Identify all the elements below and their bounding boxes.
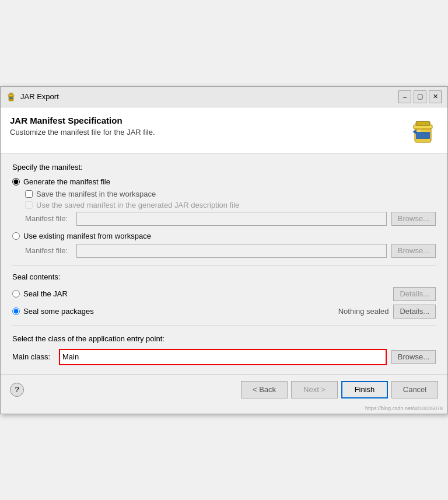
seal-section-label: Seal contents: [12,272,436,281]
title-bar-left: JAR Export [6,92,59,102]
header-text: JAR Manifest Specification Customize the… [10,116,155,137]
use-existing-label: Use existing manifest from workspace [23,232,151,240]
title-bar: JAR Export – ▢ ✕ [1,87,447,107]
title-bar-controls: – ▢ ✕ [398,90,442,103]
seal-jar-radio[interactable] [12,290,20,298]
jar-icon [409,116,438,145]
save-workspace-checkbox[interactable] [25,190,33,198]
cancel-button[interactable]: Cancel [391,381,438,398]
generate-manifest-label: Generate the manifest file [23,177,110,186]
svg-rect-1 [8,95,14,96]
generate-manifest-option[interactable]: Generate the manifest file [12,177,436,186]
main-class-input-wrapper [59,349,387,365]
window-title: JAR Export [20,92,59,101]
jar-export-window: JAR Export – ▢ ✕ JAR Manifest Specificat… [0,86,448,414]
svg-marker-2 [9,93,13,95]
seal-jar-label: Seal the JAR [23,289,68,298]
minimize-button[interactable]: – [398,90,411,103]
title-bar-icon [6,92,16,102]
seal-jar-left: Seal the JAR [12,289,68,298]
page-title: JAR Manifest Specification [10,116,155,125]
content-area: Specify the manifest: Generate the manif… [1,153,447,375]
save-workspace-label: Save the manifest in the workspace [36,190,156,198]
manifest-file-input-2[interactable] [76,244,387,258]
page-subtitle: Customize the manifest file for the JAR … [10,128,155,137]
main-class-row: Main class: Browse... [12,349,436,365]
use-saved-option: Use the saved manifest in the generated … [25,201,436,209]
seal-jar-right: Details... [393,287,436,301]
entry-point-section: Select the class of the application entr… [12,334,436,365]
seal-packages-left: Seal some packages [12,307,94,316]
help-button[interactable]: ? [10,383,24,397]
manifest-file-label-1: Manifest file: [25,214,72,223]
generate-manifest-radio[interactable] [12,178,20,186]
header-section: JAR Manifest Specification Customize the… [1,107,447,153]
finish-button[interactable]: Finish [341,381,388,398]
seal-packages-right: Nothing sealed Details... [338,305,436,319]
manifest-file-input-1[interactable] [76,212,387,226]
main-class-input[interactable] [59,349,387,365]
nothing-sealed-label: Nothing sealed [338,307,389,316]
seal-packages-details-button[interactable]: Details... [393,305,436,319]
next-button[interactable]: Next > [291,381,338,398]
seal-packages-label: Seal some packages [23,307,94,316]
svg-marker-3 [9,97,13,99]
use-existing-radio[interactable] [12,232,20,240]
divider-1 [12,265,436,265]
close-button[interactable]: ✕ [429,90,442,103]
use-saved-label: Use the saved manifest in the generated … [36,201,239,209]
divider-2 [12,326,436,326]
seal-jar-row: Seal the JAR Details... [12,287,436,301]
maximize-button[interactable]: ▢ [414,90,426,103]
footer: ? < Back Next > Finish Cancel [1,375,447,404]
main-class-browse-button[interactable]: Browse... [391,350,436,364]
manifest-browse-button-2[interactable]: Browse... [391,244,436,258]
manifest-file-row-1: Manifest file: Browse... [25,212,436,226]
save-workspace-option: Save the manifest in the workspace [25,190,436,198]
entry-point-label: Select the class of the application entr… [12,334,436,343]
use-saved-checkbox[interactable] [25,201,33,209]
svg-rect-8 [416,132,430,139]
watermark: https://blog.csdn.net/u010035078 [1,404,447,414]
svg-rect-6 [416,121,430,125]
use-existing-option[interactable]: Use existing manifest from workspace [12,232,436,240]
back-button[interactable]: < Back [241,381,288,398]
seal-packages-row: Seal some packages Nothing sealed Detail… [12,305,436,319]
manifest-file-row-2: Manifest file: Browse... [25,244,436,258]
main-class-label: Main class: [12,352,54,361]
manifest-section-label: Specify the manifest: [12,163,436,172]
manifest-file-label-2: Manifest file: [25,246,72,255]
footer-left: ? [10,383,24,397]
seal-packages-radio[interactable] [12,307,20,315]
footer-right: < Back Next > Finish Cancel [241,381,438,398]
manifest-browse-button-1[interactable]: Browse... [391,212,436,226]
seal-jar-details-button[interactable]: Details... [393,287,436,301]
